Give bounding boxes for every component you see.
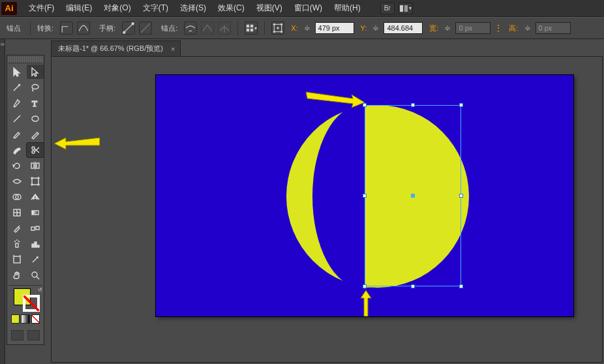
width-tool[interactable] [8,174,25,189]
magic-wand-tool[interactable] [8,80,25,95]
free-transform-tool[interactable] [27,174,44,189]
ellipse-tool[interactable] [27,112,44,126]
menu-window[interactable]: 窗口(W) [289,1,327,16]
color-mode-gradient-button[interactable] [21,314,29,324]
handle-top-left[interactable] [363,103,367,107]
stroke-swatch[interactable] [23,295,40,312]
color-mode-solid-button[interactable] [11,314,20,324]
hand-tool[interactable] [8,268,25,282]
align-to-pixel-button[interactable]: ▾ [245,22,258,35]
slice-tool[interactable] [27,252,44,267]
handle-top-right[interactable] [459,103,463,107]
pen-tool[interactable] [8,96,25,110]
convert-corner-button[interactable] [60,22,73,35]
menu-select[interactable]: 选择(S) [175,1,211,16]
zoom-tool[interactable] [27,268,44,282]
handle-bot-right[interactable] [459,284,463,288]
svg-point-15 [273,31,275,33]
x-steppers[interactable]: ≑ [303,22,311,34]
w-field[interactable]: 0 px [455,22,491,34]
remove-anchor-button[interactable] [184,22,197,35]
svg-rect-9 [250,25,253,27]
handle-top-mid[interactable] [411,103,415,107]
handle-hide-button[interactable] [139,22,152,35]
mesh-tool[interactable] [8,205,25,220]
shape-builder-tool[interactable] [8,190,25,204]
direct-selection-tool[interactable] [27,65,44,79]
type-tool[interactable]: T [27,96,44,110]
y-steppers[interactable]: ≑ [372,22,380,34]
menu-help[interactable]: 帮助(H) [329,1,366,16]
menu-effect[interactable]: 效果(C) [213,1,250,16]
svg-rect-11 [250,29,253,31]
handle-bot-left[interactable] [363,284,367,288]
column-graph-tool[interactable] [27,237,44,251]
menu-bar: Ai 文件(F) 编辑(E) 对象(O) 文字(T) 选择(S) 效果(C) 视… [0,0,604,17]
menu-edit[interactable]: 编辑(E) [61,1,97,16]
paintbrush-tool[interactable] [8,127,25,142]
artboard[interactable] [156,75,573,316]
lasso-tool[interactable] [27,80,44,95]
menu-type[interactable]: 文字(T) [138,1,174,16]
artboard-tool[interactable] [8,252,25,267]
swap-fill-stroke-icon[interactable]: ↺ [38,287,42,293]
work-area[interactable] [51,56,603,363]
svg-point-13 [273,23,275,25]
connect-anchor-button[interactable] [201,22,214,35]
arrange-docs-button[interactable]: ▾ [399,3,413,14]
menu-file[interactable]: 文件(F) [23,1,59,16]
blend-tool[interactable] [27,221,44,235]
svg-rect-44 [32,244,34,247]
rotate-tool[interactable] [8,159,25,173]
draw-mode-button[interactable] [27,330,40,341]
cut-path-button[interactable] [218,22,231,35]
handle-mid-left[interactable] [363,194,367,198]
document-tab[interactable]: 未标题-1* @ 66.67% (RGB/预览) × [51,40,181,56]
x-field[interactable]: 479 px [315,22,354,34]
h-field[interactable]: 0 px [536,22,571,34]
reference-point-button[interactable] [271,22,284,35]
symbol-sprayer-tool[interactable] [8,237,25,251]
handle-show-button[interactable] [122,22,135,35]
convert-label: 转换: [37,23,53,33]
app-logo: Ai [1,2,17,15]
bridge-button[interactable]: Br [380,3,395,14]
perspective-grid-tool[interactable] [27,190,44,204]
y-field[interactable]: 484.684 [384,22,423,34]
color-mode-none-button[interactable] [31,314,40,324]
gradient-tool[interactable] [27,205,44,220]
tab-close-button[interactable]: × [171,45,175,53]
h-label: 高: [509,23,518,33]
svg-rect-40 [32,211,38,215]
eyedropper-tool[interactable] [8,221,25,235]
menu-object[interactable]: 对象(O) [98,1,136,16]
blob-brush-tool[interactable] [8,143,25,157]
screen-mode-button[interactable] [11,330,23,341]
svg-rect-46 [37,245,39,247]
svg-line-5 [141,23,150,33]
annotation-arrow-left [54,134,100,153]
svg-line-2 [124,23,133,33]
handle-center[interactable] [411,194,415,198]
convert-smooth-button[interactable] [77,22,90,35]
svg-rect-8 [247,25,249,27]
selection-tool[interactable] [8,65,25,79]
selection-box[interactable] [365,105,461,286]
y-label: Y: [361,24,367,32]
reflect-tool[interactable] [27,159,44,173]
wh-link-button[interactable]: ⋮ [494,22,502,34]
svg-point-16 [280,31,282,33]
panel-grip[interactable] [8,57,42,63]
svg-rect-0 [400,5,403,12]
h-steppers[interactable]: ≑ [524,22,532,34]
handle-bot-mid[interactable] [411,284,415,288]
w-steppers[interactable]: ≑ [444,22,451,34]
line-tool[interactable] [8,112,25,126]
tab-row: 未标题-1* @ 66.67% (RGB/预览) × [51,40,181,56]
tool-panel: T ↺ [7,55,44,345]
svg-point-4 [132,22,135,25]
handle-mid-right[interactable] [459,194,463,198]
scissors-tool[interactable] [27,143,44,157]
pencil-tool[interactable] [27,127,44,142]
menu-view[interactable]: 视图(V) [251,1,288,16]
